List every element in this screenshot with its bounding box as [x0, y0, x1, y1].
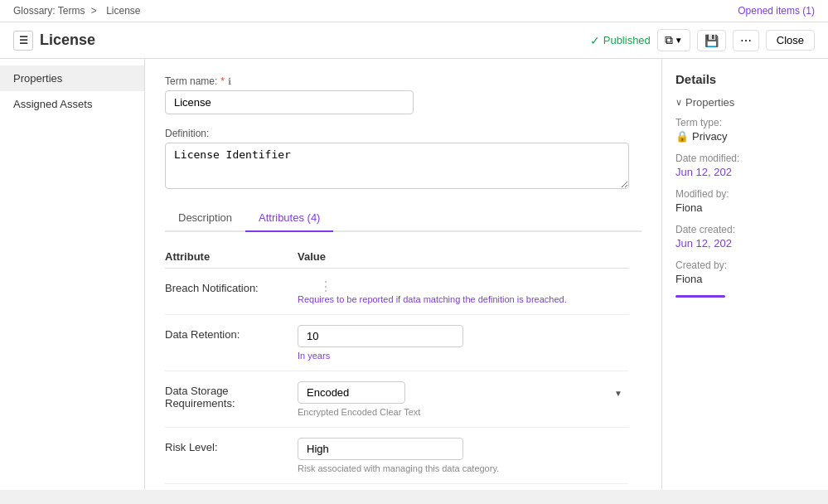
data-retention-value: In years	[298, 325, 629, 361]
risk-level-value: Risk associated with managing this data …	[298, 438, 629, 473]
term-type-val: Privacy	[692, 130, 728, 143]
data-storage-select[interactable]: Encoded Encrypted Clear Text	[298, 381, 405, 404]
copy-button[interactable]: ⧉ ▼	[657, 29, 690, 51]
breach-notification-value: Requires to be reported if data matching…	[298, 279, 629, 304]
data-retention-label: Data Retention:	[165, 325, 298, 341]
ellipsis-icon: ⋯	[740, 34, 752, 47]
data-storage-subhint: Encrypted Encoded Clear Text	[298, 407, 629, 417]
sidebar-item-assigned-assets[interactable]: Assigned Assets	[0, 91, 144, 117]
properties-section-title[interactable]: ∨ Properties	[675, 96, 815, 109]
col-value: Value	[298, 250, 629, 263]
created-by-key: Created by:	[675, 259, 815, 271]
attributes-table: Attribute Value Breach Notification: Req…	[165, 245, 629, 484]
definition-textarea[interactable]: License Identifier	[165, 143, 629, 189]
term-type-key: Term type:	[675, 117, 815, 128]
opened-items[interactable]: Opened items (1)	[738, 5, 815, 17]
header-bar: ☰ License ✓ Published ⧉ ▼ 💾 ⋯ Close	[0, 22, 828, 59]
col-attribute: Attribute	[165, 250, 298, 263]
data-storage-select-wrap: Encoded Encrypted Clear Text ▼	[298, 381, 629, 404]
copy-dropdown-icon: ▼	[675, 36, 683, 45]
details-title: Details	[675, 72, 815, 86]
top-bar: Glossary: Terms > License Opened items (…	[0, 0, 828, 22]
date-modified-row: Date modified: Jun 12, 202	[675, 153, 815, 178]
term-name-field-group: Term name: * ℹ	[165, 75, 642, 114]
published-label: Published	[603, 34, 651, 46]
date-created-val: Jun 12, 202	[675, 237, 815, 250]
save-button[interactable]: 💾	[697, 30, 726, 51]
sidebar-item-properties[interactable]: Properties	[0, 65, 144, 91]
published-badge: ✓ Published	[590, 34, 651, 47]
risk-level-hint: Risk associated with managing this data …	[298, 463, 629, 473]
breadcrumb-separator: >	[91, 5, 97, 17]
tab-attributes[interactable]: Attributes (4)	[245, 205, 333, 232]
term-name-input[interactable]	[165, 90, 414, 114]
modified-by-row: Modified by: Fiona	[675, 188, 815, 214]
chevron-icon: ∨	[675, 97, 682, 108]
attr-row-risk-level: Risk Level: Risk associated with managin…	[165, 428, 629, 484]
form-area: Term name: * ℹ Definition: License Ident…	[145, 59, 662, 490]
select-arrow-icon: ▼	[614, 388, 622, 397]
drag-handle: ⋮	[319, 279, 331, 294]
header-actions: ✓ Published ⧉ ▼ 💾 ⋯ Close	[590, 29, 815, 51]
header-icon: ☰	[13, 31, 33, 51]
data-storage-label: Data Storage Requirements:	[165, 381, 298, 410]
data-retention-input[interactable]	[298, 325, 463, 347]
more-options-button[interactable]: ⋯	[733, 30, 759, 51]
breach-notification-label: Breach Notification:	[165, 279, 298, 294]
privacy-icon: 🔒	[675, 130, 689, 143]
tab-description[interactable]: Description	[165, 205, 245, 232]
copy-icon: ⧉	[665, 33, 673, 47]
required-indicator: *	[220, 75, 225, 87]
date-modified-val: Jun 12, 202	[675, 166, 815, 178]
right-panel: Details ∨ Properties Term type: 🔒 Privac…	[662, 59, 828, 490]
definition-label: Definition:	[165, 128, 642, 139]
detail-divider	[675, 295, 725, 298]
tab-bar: Description Attributes (4)	[165, 205, 642, 232]
breach-notification-hint: Requires to be reported if data matching…	[298, 294, 629, 304]
created-by-row: Created by: Fiona	[675, 259, 815, 285]
breadcrumb-current: License	[106, 5, 140, 17]
term-type-row: Term type: 🔒 Privacy	[675, 117, 815, 143]
attr-row-data-storage: Data Storage Requirements: Encoded Encry…	[165, 371, 629, 428]
check-circle-icon: ✓	[590, 34, 600, 47]
attr-row-breach-notification: Breach Notification: Requires to be repo…	[165, 269, 629, 315]
definition-field-group: Definition: License Identifier	[165, 128, 642, 191]
page-title: License	[40, 32, 95, 49]
date-modified-key: Date modified:	[675, 153, 815, 164]
date-created-row: Date created: Jun 12, 202	[675, 224, 815, 250]
info-icon: ℹ	[228, 76, 231, 87]
created-by-val: Fiona	[675, 273, 815, 285]
breadcrumb-root[interactable]: Glossary: Terms	[13, 5, 85, 17]
data-storage-value: Encoded Encrypted Clear Text ▼ Encrypted…	[298, 381, 629, 417]
term-type-value-group: 🔒 Privacy	[675, 130, 815, 143]
save-icon: 💾	[705, 34, 719, 47]
term-name-label: Term name: * ℹ	[165, 75, 642, 87]
close-button[interactable]: Close	[766, 30, 815, 51]
modified-by-val: Fiona	[675, 201, 815, 214]
attributes-header: Attribute Value	[165, 245, 629, 269]
data-retention-hint: In years	[298, 351, 629, 361]
main-content: Properties Assigned Assets Term name: * …	[0, 59, 828, 490]
risk-level-input[interactable]	[298, 438, 463, 460]
breadcrumb: Glossary: Terms > License	[13, 5, 144, 17]
drag-icon: ⋮	[319, 279, 331, 294]
date-created-key: Date created:	[675, 224, 815, 235]
header-title-group: ☰ License	[13, 31, 95, 51]
attr-row-data-retention: Data Retention: In years	[165, 315, 629, 371]
left-sidebar: Properties Assigned Assets	[0, 59, 145, 490]
risk-level-label: Risk Level:	[165, 438, 298, 453]
modified-by-key: Modified by:	[675, 188, 815, 200]
